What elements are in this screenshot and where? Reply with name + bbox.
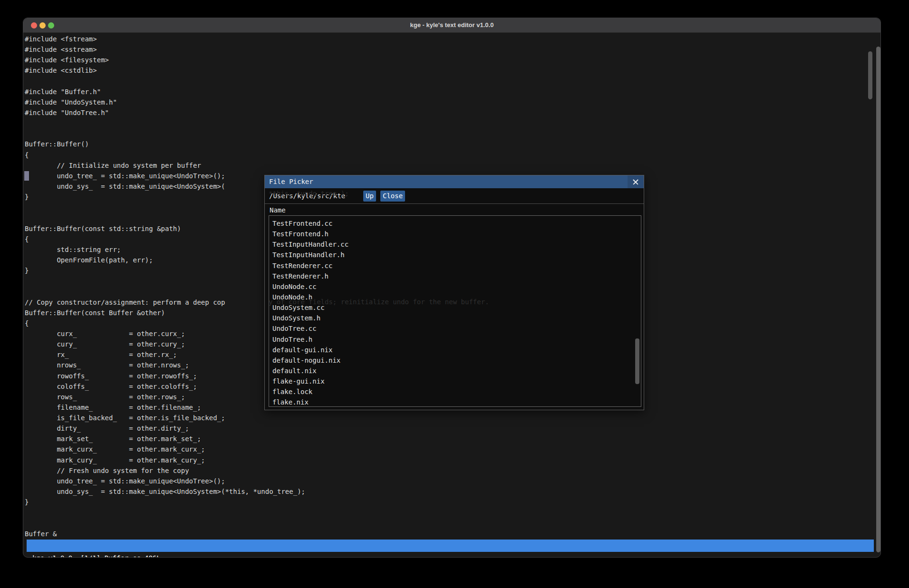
editor-scrollbar-thumb[interactable] xyxy=(868,51,872,99)
up-directory-button[interactable]: Up xyxy=(363,191,376,202)
code-line: std::string err; xyxy=(25,244,305,255)
code-line xyxy=(25,76,305,87)
code-line: { xyxy=(25,318,305,328)
divider xyxy=(265,203,644,204)
file-picker-dialog: File Picker /Users/kyle/src/kte Up Close… xyxy=(264,175,644,410)
code-line: rx_ = other.rx_; xyxy=(25,349,305,360)
code-line: // Initialize undo system per buffer xyxy=(25,160,305,171)
window-titlebar[interactable]: kge - kyle's text editor v1.0.0 xyxy=(23,18,880,33)
code-line: { xyxy=(25,234,305,244)
code-line: coloffs_ = other.coloffs_; xyxy=(25,381,305,392)
file-list-item[interactable]: UndoTree.cc xyxy=(269,323,641,334)
file-list-scrollbar-thumb[interactable] xyxy=(635,338,639,384)
file-list-item[interactable]: default-nogui.nix xyxy=(269,355,641,366)
column-header-name: Name xyxy=(270,205,286,215)
code-line xyxy=(25,212,305,223)
file-picker-close-button[interactable] xyxy=(628,175,644,188)
code-line: filename_ = other.filename_; xyxy=(25,402,305,413)
file-list-item[interactable]: UndoSystem.h xyxy=(269,313,641,323)
status-bar: kge v1.0.0 [1/1] Buffer.cc 486L Open Fil… xyxy=(27,540,874,552)
file-list-item[interactable]: TestFrontend.cc xyxy=(269,218,641,229)
file-picker-path-row: /Users/kyle/src/kte Up Close xyxy=(265,188,644,203)
code-lines: #include <fstream>#include <sstream>#inc… xyxy=(25,34,305,539)
code-line: } xyxy=(25,192,305,202)
file-list-item[interactable]: UndoNode.cc xyxy=(269,281,641,292)
status-file-info: kge v1.0.0 [1/1] Buffer.cc 486L xyxy=(32,552,161,558)
file-items: TestFrontend.ccTestFrontend.hTestInputHa… xyxy=(269,218,641,407)
file-list-item[interactable]: TestRenderer.cc xyxy=(269,260,641,271)
desktop: kge - kyle's text editor v1.0.0 #include… xyxy=(0,0,909,588)
code-line: #include <sstream> xyxy=(25,44,305,55)
code-line: Buffer & xyxy=(25,529,305,539)
code-line: OpenFromFile(path, err); xyxy=(25,255,305,265)
close-picker-button[interactable]: Close xyxy=(380,191,405,202)
code-line: cury_ = other.cury_; xyxy=(25,339,305,349)
code-line: // Copy constructor/assignment: perform … xyxy=(25,297,305,308)
code-line: #include <fstream> xyxy=(25,34,305,44)
file-list-item[interactable]: default-gui.nix xyxy=(269,345,641,355)
code-line: dirty_ = other.dirty_; xyxy=(25,423,305,434)
code-line xyxy=(25,118,305,128)
code-line: undo_sys_ = std::make_unique<UndoSystem>… xyxy=(25,486,305,497)
file-list-item[interactable]: flake.nix xyxy=(269,397,641,407)
code-line: rowoffs_ = other.rowoffs_; xyxy=(25,371,305,381)
code-line xyxy=(25,276,305,286)
code-line: } xyxy=(25,265,305,276)
code-line: undo_tree_ = std::make_unique<UndoTree>(… xyxy=(25,476,305,486)
code-line: Buffer::Buffer(const Buffer &other) xyxy=(25,308,305,318)
window-scrollbar[interactable] xyxy=(876,47,880,552)
file-picker-title: File Picker xyxy=(269,175,313,188)
code-line: rows_ = other.rows_; xyxy=(25,392,305,402)
code-line xyxy=(25,286,305,297)
code-line: #include "Buffer.h" xyxy=(25,87,305,97)
file-list-item[interactable]: flake-gui.nix xyxy=(269,376,641,386)
code-line: Buffer::Buffer() xyxy=(25,139,305,149)
code-line: #include "UndoTree.h" xyxy=(25,107,305,118)
code-line: undo_tree_ = std::make_unique<UndoTree>(… xyxy=(25,171,305,181)
code-line: } xyxy=(25,497,305,507)
file-list-item[interactable]: TestFrontend.h xyxy=(269,229,641,239)
file-list-item[interactable]: TestInputHandler.h xyxy=(269,250,641,260)
file-list-item[interactable]: default.nix xyxy=(269,366,641,376)
code-line xyxy=(25,507,305,518)
code-line: is_file_backed_ = other.is_file_backed_; xyxy=(25,413,305,423)
code-line: nrows_ = other.nrows_; xyxy=(25,360,305,370)
code-line: mark_set_ = other.mark_set_; xyxy=(25,434,305,444)
code-line: mark_cury_ = other.mark_cury_; xyxy=(25,455,305,465)
file-list-item[interactable]: TestInputHandler.cc xyxy=(269,239,641,250)
code-line xyxy=(25,128,305,139)
file-list-item[interactable]: UndoSystem.cc xyxy=(269,302,641,313)
code-line: { xyxy=(25,150,305,160)
text-cursor xyxy=(24,171,29,181)
code-line xyxy=(25,518,305,528)
file-list[interactable]: TestFrontend.ccTestFrontend.hTestInputHa… xyxy=(269,215,641,407)
code-line: #include "UndoSystem.h" xyxy=(25,97,305,107)
file-list-item[interactable]: UndoTree.h xyxy=(269,334,641,345)
file-picker-titlebar[interactable]: File Picker xyxy=(265,175,644,188)
file-list-item[interactable]: UndoNode.h xyxy=(269,292,641,302)
window-title: kge - kyle's text editor v1.0.0 xyxy=(23,18,880,32)
file-list-item[interactable]: TestRenderer.h xyxy=(269,271,641,281)
code-line: undo_sys_ = std::make_unique<UndoSystem>… xyxy=(25,181,305,192)
code-line: mark_curx_ = other.mark_curx_; xyxy=(25,444,305,454)
code-line: #include <filesystem> xyxy=(25,55,305,65)
file-list-item[interactable]: flake.lock xyxy=(269,386,641,397)
code-line xyxy=(25,202,305,212)
code-line: Buffer::Buffer(const std::string &path) xyxy=(25,223,305,234)
current-path: /Users/kyle/src/kte xyxy=(269,188,345,203)
code-line: curx_ = other.curx_; xyxy=(25,328,305,339)
code-line: #include <cstdlib> xyxy=(25,65,305,76)
code-line: // Fresh undo system for the copy xyxy=(25,465,305,476)
